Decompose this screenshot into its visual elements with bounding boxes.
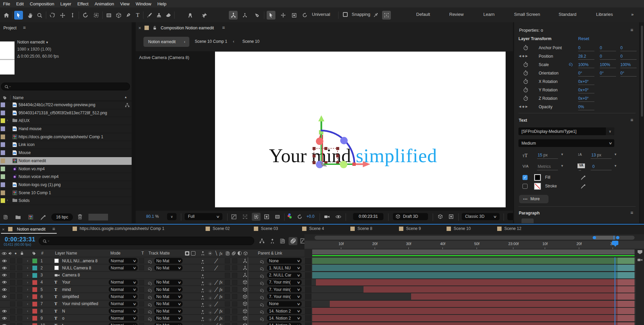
parent-link-dropdown[interactable]: 7. Your min(∨	[267, 287, 302, 292]
layer-audio-cell[interactable]	[10, 258, 15, 263]
timeline-tab-menu-icon[interactable]: ≡	[52, 226, 55, 232]
project-item-name[interactable]: Mouse	[19, 150, 31, 155]
zoom-level[interactable]: 80.1 %	[146, 214, 159, 219]
layer-lock-cell[interactable]	[17, 294, 22, 299]
t-column-header[interactable]: T	[141, 251, 144, 256]
parent-link-dropdown[interactable]: 14. Notion 2∨	[267, 315, 302, 321]
value-y[interactable]: 0°	[600, 71, 616, 77]
timeline-layer-row[interactable]: › 4 T Your Normal∨ No Mat∨ ╱ fx	[0, 279, 644, 286]
layer-shy-toggle[interactable]	[200, 323, 205, 325]
work-area-bar[interactable]	[312, 249, 635, 255]
layer-label-swatch[interactable]	[32, 280, 37, 285]
menu-item[interactable]: View	[117, 1, 133, 6]
layer-duration-bar[interactable]	[312, 258, 635, 264]
clone-stamp-tool-icon[interactable]	[155, 11, 163, 20]
value-x[interactable]: 0	[578, 46, 594, 51]
project-item-row[interactable]: Notion-logo.svg (1).png	[0, 181, 132, 189]
layer-label-swatch[interactable]	[32, 309, 37, 314]
timeline-search-input[interactable]: ⌄	[39, 237, 254, 245]
sort-ascending-icon[interactable]: ▲	[124, 95, 127, 99]
type-tool-icon[interactable]: T	[133, 11, 142, 20]
clipped-button[interactable]	[507, 213, 513, 220]
project-item-name[interactable]: Notion vo.mp4	[19, 167, 45, 171]
layer-motionblur-cell[interactable]	[232, 273, 237, 278]
layer-quality-toggle[interactable]: ╱	[214, 286, 218, 293]
project-item-row[interactable]: Scene 10 Comp 1	[0, 189, 132, 197]
project-item-name[interactable]: Hand mouse	[19, 126, 42, 131]
parent-link-dropdown[interactable]: 1. NULL NU∨	[267, 265, 302, 271]
parent-link-dropdown[interactable]: 14. Notion 2∨	[267, 308, 302, 314]
layer-duration-bar[interactable]	[312, 265, 635, 271]
layer-mode-dropdown[interactable]: Normal∨	[109, 315, 138, 321]
interpret-footage-icon[interactable]	[3, 215, 8, 219]
layer-label-swatch[interactable]	[32, 266, 37, 270]
kerning-dropdown-icon[interactable]: ▼	[561, 164, 564, 168]
stroke-eyedropper-icon[interactable]	[581, 184, 586, 189]
cube-tool-icon[interactable]	[114, 11, 123, 20]
eraser-tool-icon[interactable]	[164, 11, 173, 20]
layer-audio-cell[interactable]	[10, 280, 15, 285]
layer-fx-toggle[interactable]: fx	[219, 315, 222, 322]
brush-tool-icon[interactable]	[145, 11, 154, 20]
label-color-swatch[interactable]	[1, 198, 5, 203]
layer-name[interactable]: NULL Camera 8	[62, 264, 91, 271]
layer-fx-toggle[interactable]: fx	[219, 286, 222, 293]
snap-options-icon[interactable]	[371, 11, 380, 20]
layer-frameblend-cell[interactable]	[225, 287, 230, 292]
camera-wireframe-icon[interactable]	[448, 214, 454, 219]
workspace-tab[interactable]: Libraries	[596, 12, 613, 17]
layer-visibility-toggle[interactable]	[2, 293, 7, 300]
folder-expander-icon[interactable]: ›	[7, 118, 8, 122]
grid-options-icon[interactable]	[382, 11, 391, 20]
layer-expander-icon[interactable]: ›	[27, 286, 28, 293]
stopwatch-icon[interactable]	[523, 95, 529, 101]
track-matte-dropdown[interactable]: No Mat∨	[154, 308, 183, 314]
transform-property-label[interactable]: Opacity	[539, 105, 553, 109]
layer-name[interactable]: Camera 8	[62, 272, 80, 279]
layer-mode-dropdown[interactable]: Normal∨	[109, 308, 138, 314]
project-item-row[interactable]: Link icon	[0, 141, 132, 149]
orbit-cursor-tool-icon[interactable]	[229, 11, 238, 20]
layer-frameblend-cell[interactable]	[225, 316, 230, 321]
parent-link-dropdown[interactable]: None∨	[267, 301, 302, 307]
label-color-swatch[interactable]	[1, 135, 5, 139]
text-section-menu-icon[interactable]: ≡	[630, 117, 633, 123]
project-item-row[interactable]: › AEUX	[0, 117, 132, 125]
timeline-tab[interactable]: Scene 02	[206, 226, 230, 231]
layer-3d-toggle[interactable]	[243, 279, 247, 286]
layer-frameblend-cell[interactable]	[225, 258, 230, 263]
layer-name[interactable]: NULL NU...amera 8	[62, 257, 98, 264]
label-color-swatch[interactable]	[1, 158, 5, 163]
label-color-swatch[interactable]	[1, 182, 5, 187]
workspace-tab[interactable]: Small Screen	[514, 12, 540, 17]
layer-label-swatch[interactable]	[32, 259, 37, 263]
breadcrumb-current[interactable]: Notion earnedit‹	[143, 37, 189, 47]
new-composition-icon[interactable]	[28, 214, 33, 220]
layer-mode-dropdown[interactable]: Normal∨	[109, 323, 138, 325]
layer-visibility-toggle[interactable]	[2, 307, 7, 315]
layer-quality-toggle[interactable]: ╱	[214, 315, 218, 322]
menu-item[interactable]: Edit	[13, 1, 27, 6]
transform-property-label[interactable]: Orientation	[539, 71, 559, 76]
preserve-transparency-cell[interactable]	[139, 287, 144, 292]
project-panel-menu-icon[interactable]: ≡	[23, 25, 26, 30]
layer-expander-icon[interactable]: ›	[27, 264, 28, 271]
font-size-dropdown-icon[interactable]: ▼	[561, 153, 564, 156]
layer-mode-dropdown[interactable]: Normal∨	[109, 265, 138, 271]
value-z[interactable]: 0	[620, 46, 637, 51]
workspace-tab[interactable]: Learn	[483, 12, 494, 17]
comp-timecode[interactable]: 0:00:23:31	[353, 213, 383, 220]
current-timecode[interactable]: 0:00:23:31	[5, 236, 35, 243]
timeline-zoom-scrollbar[interactable]	[315, 236, 635, 240]
project-item-row[interactable]: Notion vo.mp4	[0, 165, 132, 173]
layer-duration-bar[interactable]	[312, 308, 635, 314]
matte-pickwhip-icon[interactable]	[147, 323, 152, 325]
parent-link-dropdown[interactable]: 14. Notion 2∨	[267, 323, 302, 325]
gizmo-scale-icon[interactable]	[290, 11, 298, 20]
workspace-tab[interactable]: Standard	[559, 12, 576, 17]
layer-lock-cell[interactable]	[17, 308, 22, 314]
close-tab-icon[interactable]: ×	[138, 25, 141, 31]
project-item-name[interactable]: Link icon	[19, 142, 34, 147]
transform-property-label[interactable]: Anchor Point	[539, 46, 562, 50]
timeline-layer-row[interactable]: › 1 T NULL NU...amera 8 Normal∨ No Mat∨ …	[0, 257, 644, 264]
